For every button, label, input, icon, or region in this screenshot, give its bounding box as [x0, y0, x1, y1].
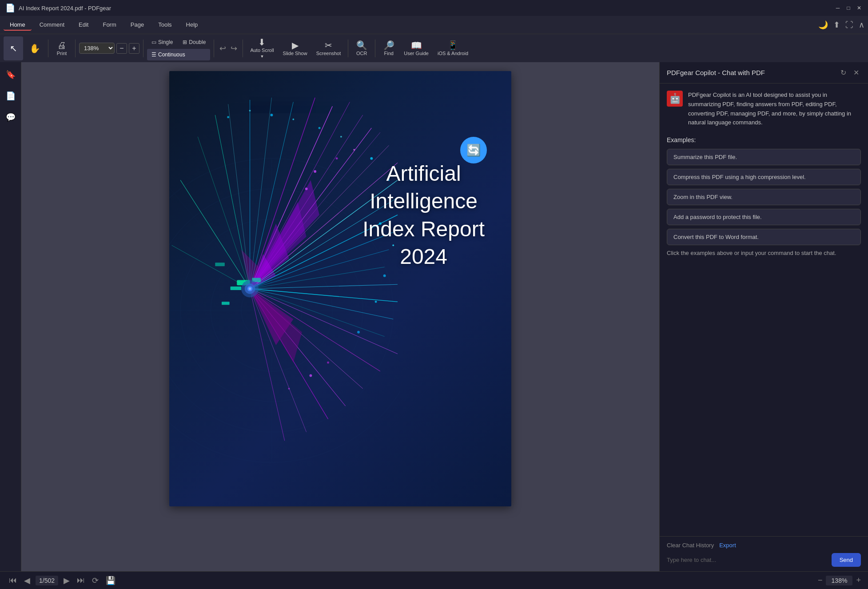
title-bar-left: 📄 AI Index Report 2024.pdf - PDFgear [5, 3, 111, 13]
zoom-in-button[interactable]: + [129, 43, 139, 54]
chat-actions: Clear Chat History Export [667, 541, 861, 549]
double-icon: ⊞ [183, 39, 187, 45]
svg-point-68 [336, 157, 338, 159]
continuous-icon: ☰ [151, 52, 156, 58]
sidebar-item-pages[interactable]: 📄 [4, 89, 18, 103]
print-label: Print [57, 51, 67, 56]
copilot-description: PDFgear Copilot is an AI tool designed t… [688, 91, 861, 127]
svg-point-61 [340, 136, 342, 138]
user-guide-button[interactable]: 📖 User Guide [400, 36, 432, 60]
copilot-header-icons: ↻ ✕ [839, 67, 861, 79]
menu-help[interactable]: Help [180, 20, 204, 31]
theme-toggle-icon[interactable]: 🌙 [818, 20, 828, 30]
copilot-title: PDFgear Copilot - Chat with PDF [667, 69, 765, 76]
copilot-close-button[interactable]: ✕ [852, 67, 861, 79]
example-compress-button[interactable]: Compress this PDF using a high compressi… [667, 169, 861, 185]
undo-redo-group: ↩ ↪ [218, 42, 239, 55]
slide-show-button[interactable]: ▶ Slide Show [279, 36, 311, 60]
menu-page[interactable]: Page [124, 20, 150, 31]
example-zoom-button[interactable]: Zoom in this PDF view. [667, 189, 861, 205]
separator-5 [243, 40, 243, 57]
menu-form[interactable]: Form [96, 20, 122, 31]
share-icon[interactable]: ⬆ [833, 20, 840, 30]
reset-view-button[interactable]: ⟳ [90, 574, 100, 587]
svg-point-70 [305, 187, 308, 190]
svg-point-64 [271, 114, 273, 116]
example-convert-button[interactable]: Convert this PDF to Word format. [667, 229, 861, 245]
svg-line-24 [250, 289, 398, 302]
double-view-button[interactable]: ⊞ Double [178, 36, 210, 48]
zoom-select[interactable]: 138% 100% 75% 150% 200% [79, 43, 115, 54]
redo-button[interactable]: ↪ [229, 42, 239, 55]
svg-point-72 [310, 374, 312, 377]
fullscreen-icon[interactable]: ⛶ [845, 20, 853, 30]
title-bar-controls: ─ □ ✕ [834, 4, 863, 12]
zoom-out-button[interactable]: − [116, 43, 127, 54]
auto-scroll-button[interactable]: ⬇ Auto Scroll ▼ [247, 36, 277, 60]
menu-edit[interactable]: Edit [72, 20, 95, 31]
copilot-panel: PDFgear Copilot - Chat with PDF ↻ ✕ 🤖 PD… [659, 62, 868, 571]
send-button[interactable]: Send [832, 553, 861, 567]
svg-marker-46 [250, 289, 302, 362]
separator-2 [75, 40, 76, 57]
copilot-body: 🤖 PDFgear Copilot is an AI tool designed… [660, 84, 868, 536]
cursor-tool-button[interactable]: ↖ [4, 36, 23, 60]
last-page-button[interactable]: ⏭ [75, 574, 87, 587]
svg-point-54 [370, 157, 373, 160]
screenshot-button[interactable]: ✂ Screenshot [313, 36, 345, 60]
slide-show-icon: ▶ [292, 41, 299, 50]
example-summarize-button[interactable]: Summarize this PDF file. [667, 149, 861, 165]
find-button[interactable]: 🔎 Find [379, 36, 398, 60]
minimize-button[interactable]: ─ [834, 4, 841, 12]
pdf-badge-icon: 🔄 [460, 137, 487, 163]
ai-visualization [169, 93, 400, 484]
ios-android-button[interactable]: 📱 iOS & Android [434, 36, 472, 60]
prev-page-button[interactable]: ◀ [22, 574, 32, 587]
first-page-button[interactable]: ⏮ [7, 574, 19, 587]
copilot-circle-icon: 🔄 [466, 143, 481, 157]
cursor-icon: ↖ [10, 44, 17, 53]
find-icon: 🔎 [383, 41, 394, 50]
close-button[interactable]: ✕ [856, 4, 863, 12]
menu-comment[interactable]: Comment [33, 20, 71, 31]
user-guide-icon: 📖 [411, 41, 422, 50]
window-title: AI Index Report 2024.pdf - PDFgear [19, 5, 111, 12]
ios-android-icon: 📱 [447, 41, 458, 50]
next-page-button[interactable]: ▶ [62, 574, 72, 587]
continuous-view-button[interactable]: ☰ Continuous [147, 49, 210, 60]
pdf-document-title: Artificial Intelligence Index Report 202… [362, 160, 485, 271]
clear-history-button[interactable]: Clear Chat History [667, 541, 714, 549]
svg-point-63 [292, 119, 294, 120]
single-view-button[interactable]: ▭ Single [147, 36, 177, 48]
print-button[interactable]: 🖨 Print [52, 36, 72, 60]
print-icon: 🖨 [57, 41, 66, 50]
pdf-viewer-area[interactable]: Artificial Intelligence Index Report 202… [21, 62, 659, 571]
zoom-out-bottom-button[interactable]: − [818, 576, 823, 585]
zoom-in-bottom-button[interactable]: + [856, 576, 861, 585]
chat-input-area: Send [667, 553, 861, 567]
save-button[interactable]: 💾 [104, 574, 117, 587]
hand-tool-button[interactable]: ✋ [25, 36, 44, 60]
menu-bar: Home Comment Edit Form Page Tools Help 🌙… [0, 16, 868, 34]
status-bar: ⏮ ◀ 1/502 ▶ ⏭ ⟳ 💾 − 138% + [0, 571, 868, 589]
collapse-icon[interactable]: ∧ [859, 20, 864, 30]
zoom-display: 138% [826, 576, 852, 585]
undo-button[interactable]: ↩ [218, 42, 228, 55]
chat-input-field[interactable] [667, 557, 828, 563]
menu-tools[interactable]: Tools [152, 20, 178, 31]
page-indicator: 1/502 [36, 576, 58, 585]
maximize-button[interactable]: □ [845, 4, 852, 12]
copilot-refresh-button[interactable]: ↻ [839, 67, 848, 79]
separator-4 [214, 40, 214, 57]
auto-scroll-dropdown-icon: ▼ [260, 54, 264, 59]
svg-point-62 [319, 127, 321, 129]
export-button[interactable]: Export [719, 541, 736, 549]
sidebar-item-bookmark[interactable]: 🔖 [4, 68, 18, 82]
menu-home[interactable]: Home [4, 20, 32, 31]
copilot-header: PDFgear Copilot - Chat with PDF ↻ ✕ [660, 62, 868, 84]
sidebar-item-comments[interactable]: 💬 [4, 110, 18, 124]
example-password-button[interactable]: Add a password to protect this file. [667, 209, 861, 225]
nav-controls: ⏮ ◀ 1/502 ▶ ⏭ ⟳ 💾 [7, 574, 117, 587]
ocr-button[interactable]: 🔍 OCR [352, 36, 371, 60]
separator-7 [375, 40, 375, 57]
